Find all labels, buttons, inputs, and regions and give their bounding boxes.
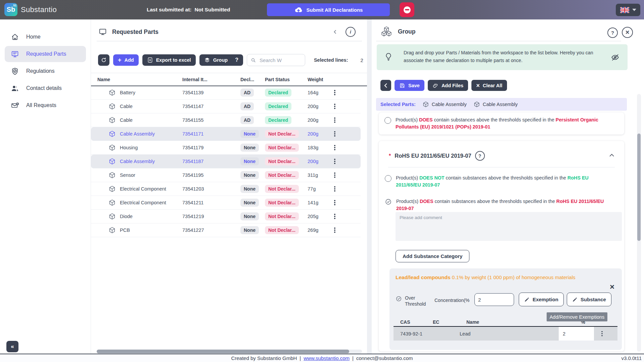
stop-button[interactable] (400, 2, 414, 17)
banner-text: Drag and drop your Parts / Materials fro… (404, 49, 600, 64)
submit-all-declarations-button[interactable]: Submit All Declarations (267, 3, 390, 16)
decl-badge: None (240, 185, 259, 193)
cube-icon (108, 89, 116, 96)
substance-row-menu-icon[interactable] (599, 330, 605, 338)
save-button[interactable]: Save (395, 80, 424, 91)
sidebar-item-home[interactable]: Home (5, 29, 86, 45)
column-decl: Decl... (240, 77, 265, 82)
sidebar-item-contact-details[interactable]: Contact details (5, 80, 86, 96)
rohs-option-does: Product(s) DOES contain substances above… (385, 198, 613, 212)
part-name: Electrical Component (120, 186, 166, 192)
add-substance-category-button[interactable]: Add Substance Category (396, 250, 469, 262)
row-menu-icon[interactable] (331, 185, 338, 193)
selected-part-chip[interactable]: Cable Assembly (473, 101, 518, 108)
table-row[interactable]: Battery73541139ADDeclared164g (91, 86, 361, 100)
back-button[interactable] (380, 80, 391, 91)
table-row[interactable]: Sensor73541195NoneNot Declar...311g (91, 168, 361, 182)
table-row[interactable]: Diode73541219NoneNot Declar...205g (91, 210, 361, 223)
comment-textarea[interactable] (396, 212, 622, 241)
sidebar: HomeRequested PartsRegulationsContact de… (0, 19, 91, 354)
substance-percent-input[interactable] (562, 331, 584, 337)
rohs-help-icon[interactable]: ? (475, 151, 485, 161)
radio-unchecked[interactable] (384, 117, 391, 124)
sidebar-item-all-requests[interactable]: All Requests (5, 97, 86, 113)
row-menu-icon[interactable] (331, 116, 338, 124)
selected-part-chip[interactable]: Cable Assembly (422, 101, 467, 108)
substance-name: Lead (460, 331, 559, 337)
group-button[interactable]: Group ? (199, 54, 243, 66)
sidebar-item-regulations[interactable]: Regulations (5, 63, 86, 79)
row-menu-icon[interactable] (331, 89, 338, 97)
uk-flag-icon (620, 7, 629, 13)
table-row[interactable]: Electrical Component73541211NoneNot Decl… (91, 196, 361, 210)
group-help-icon[interactable]: ? (235, 57, 238, 63)
last-submitted-status: Last submitted at: Not Submitted (147, 0, 230, 19)
part-name: Electrical Component (120, 200, 166, 205)
horizontal-scrollbar[interactable] (97, 350, 362, 353)
row-menu-icon[interactable] (331, 199, 338, 207)
table-row[interactable]: Electrical Component73541203NoneNot Decl… (91, 182, 361, 196)
part-weight: 200g (308, 117, 331, 123)
vertical-scrollbar[interactable] (637, 94, 641, 352)
footer-website-link[interactable]: www.substantio.com (304, 355, 350, 361)
selected-parts-strip: Selected Parts: Cable Assembly Cable Ass… (376, 98, 627, 111)
row-menu-icon[interactable] (331, 171, 338, 179)
part-weight: 200g (308, 104, 331, 109)
drag-drop-info-banner: Drag and drop your Parts / Materials fro… (377, 44, 628, 70)
table-row[interactable]: PCB73541227NoneNot Declar...269g (91, 223, 361, 237)
substance-row[interactable]: 7439-92-1 Lead (394, 327, 617, 341)
horizontal-scrollbar-thumb[interactable] (97, 350, 349, 353)
eye-slash-icon[interactable] (611, 53, 619, 62)
table-row[interactable]: Housing73541179NoneNot Declar...183g (91, 141, 361, 155)
row-menu-icon[interactable] (331, 102, 338, 110)
sidebar-collapse-button[interactable]: « (6, 341, 18, 352)
table-row[interactable]: Cable73541155ADDeclared200g (91, 113, 361, 127)
table-row[interactable]: Cable Assembly73541187NoneNot Declar...2… (91, 155, 361, 168)
add-button[interactable]: + Add (113, 54, 139, 66)
close-icon[interactable]: × (622, 27, 633, 38)
substance-button[interactable]: Substance (567, 293, 611, 306)
row-menu-icon[interactable] (331, 130, 338, 138)
status-badge: Declared (265, 116, 291, 124)
help-icon[interactable]: ? (607, 28, 618, 38)
row-menu-icon[interactable] (331, 226, 338, 234)
vertical-scrollbar-thumb[interactable] (637, 134, 641, 241)
remove-category-icon[interactable]: × (608, 282, 616, 291)
row-menu-icon[interactable] (331, 212, 338, 220)
sidebar-nav: HomeRequested PartsRegulationsContact de… (0, 19, 91, 113)
radio-unchecked[interactable] (385, 175, 392, 182)
row-menu-icon[interactable] (331, 157, 338, 165)
sidebar-item-label: All Requests (26, 102, 56, 108)
row-menu-icon[interactable] (331, 144, 338, 152)
parts-table-header: Name Internal It... Decl... Part Status … (91, 73, 367, 86)
info-icon[interactable]: i (346, 27, 356, 37)
search-input[interactable] (259, 57, 294, 63)
sidebar-item-requested-parts[interactable]: Requested Parts (5, 46, 86, 62)
top-bar: Sb 51 Substantio Last submitted at: Not … (0, 0, 644, 19)
refresh-button[interactable] (98, 54, 109, 66)
page-title: Requested Parts (112, 29, 158, 36)
exemption-button[interactable]: Exemption (519, 293, 564, 306)
plus-icon: + (118, 57, 122, 63)
add-files-button[interactable]: Add Files (428, 80, 468, 91)
substance-table: CAS EC Name % 7439-92-1 Lead (394, 319, 617, 341)
group-panel-header: Group (380, 26, 416, 37)
part-weight: 164g (308, 90, 331, 95)
decl-badge: None (240, 157, 259, 165)
check-circle-icon[interactable] (396, 296, 402, 302)
decl-badge: None (240, 171, 259, 179)
table-row[interactable]: Cable Assembly73541171NoneNot Declar...2… (91, 127, 361, 141)
table-row[interactable]: Cable73541147ADDeclared200g (91, 100, 361, 113)
x-icon: × (476, 83, 480, 89)
clear-all-button[interactable]: × Clear All (471, 80, 507, 91)
search-box[interactable] (247, 54, 305, 66)
requested-parts-panel: Requested Parts i + Add Export to excel (91, 19, 367, 354)
export-to-excel-button[interactable]: Export to excel (142, 54, 196, 66)
language-selector[interactable] (616, 4, 640, 16)
column-weight: Weight (308, 77, 331, 82)
radio-checked-icon[interactable] (385, 198, 392, 205)
part-weight: 311g (308, 172, 331, 178)
panel-collapse-chevron[interactable] (332, 29, 338, 35)
chevron-up-icon[interactable] (608, 152, 615, 159)
concentration-input[interactable] (474, 293, 514, 306)
